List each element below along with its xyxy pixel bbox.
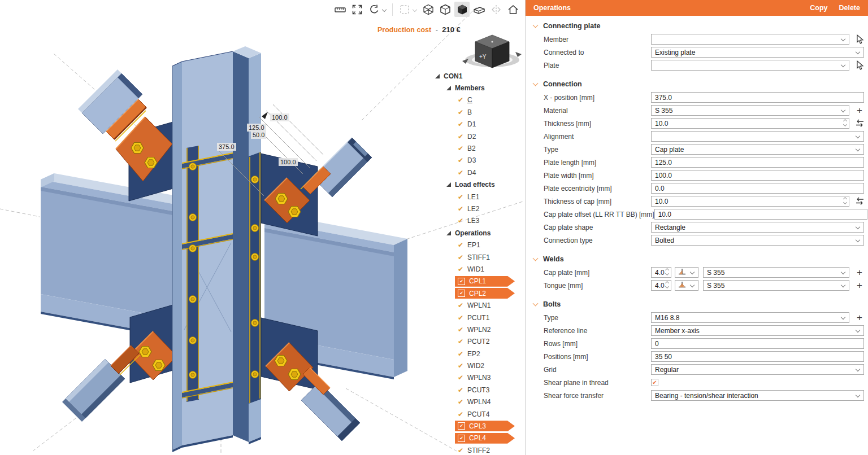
- collapse-chevron-icon[interactable]: [533, 301, 539, 307]
- tree-item-c[interactable]: ✔C: [432, 94, 525, 106]
- tree-branch-operations[interactable]: Operations: [432, 227, 525, 239]
- tree-item-checkbox[interactable]: ✔: [458, 156, 467, 164]
- tree-item-checkbox[interactable]: ✔: [458, 362, 467, 370]
- rotate-view-icon[interactable]: [366, 2, 381, 17]
- collapse-chevron-icon[interactable]: [533, 81, 539, 86]
- dropdown-plate[interactable]: [651, 60, 849, 71]
- add-button[interactable]: +: [853, 267, 866, 278]
- input-x-position-mm[interactable]: 375.0: [651, 92, 864, 103]
- tree-selected-banner[interactable]: ✔CPL3: [455, 421, 515, 431]
- spinner-thickness-of-cap-mm[interactable]: 10.0: [651, 196, 849, 207]
- tree-item-cpl2[interactable]: ✔CPL2: [432, 287, 525, 299]
- collapse-chevron-icon[interactable]: [533, 256, 539, 261]
- tree-item-cpl3[interactable]: ✔CPL3: [432, 420, 525, 432]
- tree-item-checkbox[interactable]: ✔: [458, 338, 467, 345]
- tree-item-d2[interactable]: ✔D2: [432, 130, 525, 142]
- 3d-viewport[interactable]: +Y: [0, 0, 526, 455]
- tree-item-checkbox[interactable]: ✔: [458, 326, 467, 334]
- tree-item-checkbox[interactable]: ✔: [458, 447, 467, 454]
- spinner-thickness-mm[interactable]: 10.0: [651, 118, 849, 129]
- section-header-bolts[interactable]: Bolts: [526, 298, 868, 311]
- weld-type-dropdown-cap-plate-mm[interactable]: [675, 267, 698, 278]
- add-button[interactable]: +: [853, 105, 866, 116]
- tree-item-pcut1[interactable]: ✔PCUT1: [432, 312, 525, 323]
- tree-expand-icon[interactable]: [446, 231, 451, 235]
- section-view-icon[interactable]: [471, 2, 487, 17]
- tree-item-cpl4[interactable]: ✔CPL4: [432, 432, 525, 444]
- dropdown-cap-plate-shape[interactable]: Rectangle: [651, 222, 864, 233]
- mirror-view-icon[interactable]: [488, 2, 504, 17]
- pick-in-scene-button[interactable]: [853, 34, 866, 45]
- tree-item-stiff1[interactable]: ✔STIFF1: [432, 251, 525, 263]
- tree-branch-members[interactable]: Members: [432, 82, 525, 94]
- tree-item-checkbox[interactable]: ✔: [458, 350, 467, 358]
- tree-item-le2[interactable]: ✔LE2: [432, 203, 525, 215]
- tree-item-checkbox[interactable]: ✔: [458, 133, 467, 141]
- wireframe-view-icon[interactable]: [420, 2, 436, 17]
- section-header-connecting-plate[interactable]: Connecting plate: [526, 19, 868, 33]
- delete-button[interactable]: Delete: [839, 4, 860, 12]
- checkbox-shear-plane-in-thread[interactable]: ✔: [651, 379, 658, 386]
- tree-item-checkbox[interactable]: ✔: [458, 422, 465, 430]
- input-plate-length-mm[interactable]: 125.0: [651, 157, 864, 168]
- input-plate-eccentricity-mm[interactable]: 0.0: [651, 183, 864, 194]
- input-cap-plate-offset-ll-rr-tt-bb-mm[interactable]: 10.0: [654, 209, 867, 220]
- weld-material-dropdown-cap-plate-mm[interactable]: S 355: [703, 267, 849, 278]
- view-cube[interactable]: +Y: [462, 35, 522, 68]
- section-header-connection[interactable]: Connection: [526, 77, 868, 91]
- home-view-icon[interactable]: [505, 2, 520, 17]
- tree-item-checkbox[interactable]: ✔: [458, 96, 467, 104]
- dropdown-shear-force-transfer[interactable]: Bearing - tension/shear interaction: [651, 390, 864, 401]
- spinner-arrows-icon[interactable]: [666, 282, 669, 288]
- solid-view-icon[interactable]: [454, 2, 470, 17]
- dropdown-material[interactable]: S 355: [651, 105, 849, 116]
- dropdown-type[interactable]: M16 8.8: [651, 312, 849, 323]
- tree-item-pcut4[interactable]: ✔PCUT4: [432, 408, 525, 420]
- tree-item-cpl1[interactable]: ✔CPL1: [432, 275, 525, 287]
- pick-in-scene-button[interactable]: [853, 60, 866, 71]
- zoom-fit-icon[interactable]: [349, 2, 364, 17]
- dropdown-alignment[interactable]: [651, 131, 864, 142]
- tree-item-checkbox[interactable]: ✔: [458, 241, 467, 249]
- tree-item-checkbox[interactable]: ✔: [458, 278, 465, 285]
- tree-item-checkbox[interactable]: ✔: [458, 193, 467, 201]
- spinner-arrows-icon[interactable]: [844, 120, 847, 126]
- tree-branch-con1[interactable]: CON1: [432, 70, 525, 82]
- tree-item-le3[interactable]: ✔LE3: [432, 215, 525, 227]
- tree-item-checkbox[interactable]: ✔: [458, 398, 467, 406]
- tree-item-checkbox[interactable]: ✔: [458, 120, 467, 128]
- tree-item-pcut2[interactable]: ✔PCUT2: [432, 336, 525, 348]
- copy-button[interactable]: Copy: [810, 4, 827, 12]
- tree-item-checkbox[interactable]: ✔: [458, 386, 467, 394]
- tree-item-wpln3[interactable]: ✔WPLN3: [432, 372, 525, 384]
- weld-size-input-cap-plate-mm[interactable]: 4.0: [651, 267, 671, 278]
- tree-item-checkbox[interactable]: ✔: [458, 314, 467, 322]
- tree-item-d3[interactable]: ✔D3: [432, 155, 525, 167]
- tree-selected-banner[interactable]: ✔CPL2: [455, 288, 515, 299]
- dropdown-member[interactable]: [651, 34, 849, 45]
- tree-item-checkbox[interactable]: ✔: [458, 217, 467, 225]
- tree-item-checkbox[interactable]: ✔: [458, 108, 467, 116]
- section-header-welds[interactable]: Welds: [526, 252, 868, 266]
- tree-item-b[interactable]: ✔B: [432, 106, 525, 118]
- spinner-arrows-icon[interactable]: [844, 198, 847, 204]
- input-plate-width-mm[interactable]: 100.0: [651, 170, 864, 181]
- collapse-chevron-icon[interactable]: [533, 23, 539, 28]
- tree-item-checkbox[interactable]: ✔: [458, 290, 465, 297]
- measure-icon[interactable]: [332, 2, 348, 17]
- tree-item-d4[interactable]: ✔D4: [432, 167, 525, 178]
- tree-item-checkbox[interactable]: ✔: [458, 253, 467, 261]
- tree-item-pcut3[interactable]: ✔PCUT3: [432, 384, 525, 396]
- tree-item-checkbox[interactable]: ✔: [458, 145, 467, 152]
- add-button[interactable]: +: [853, 280, 866, 291]
- tree-expand-icon[interactable]: [446, 182, 451, 187]
- dropdown-reference-line[interactable]: Member x-axis: [651, 325, 864, 336]
- tree-selected-banner[interactable]: ✔CPL4: [455, 433, 515, 444]
- swap-direction-button[interactable]: [853, 196, 866, 207]
- spinner-arrows-icon[interactable]: [666, 269, 669, 275]
- weld-material-dropdown-tongue-mm[interactable]: S 355: [703, 280, 849, 291]
- end-plate[interactable]: [249, 152, 261, 404]
- tree-item-ep2[interactable]: ✔EP2: [432, 348, 525, 360]
- tree-item-stiff2[interactable]: ✔STIFF2: [432, 444, 525, 455]
- tree-item-checkbox[interactable]: ✔: [458, 169, 467, 177]
